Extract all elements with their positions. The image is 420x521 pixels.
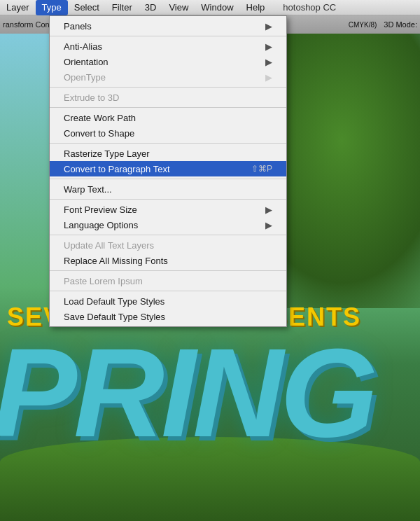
menu-select[interactable]: Select bbox=[68, 0, 106, 15]
separator-9 bbox=[50, 291, 286, 291]
menu-warp-text[interactable]: Warp Text... bbox=[50, 181, 286, 197]
update-text-layers-label: Update All Text Layers bbox=[64, 240, 154, 251]
orientation-arrow: ▶ bbox=[265, 57, 272, 67]
menubar: Layer Type Select Filter 3D View Window … bbox=[0, 0, 420, 15]
paste-lorem-label: Paste Lorem Ipsum bbox=[64, 276, 143, 286]
separator-5 bbox=[50, 179, 286, 179]
opentype-label: OpenType bbox=[64, 72, 106, 83]
app-name: hotoshop CC bbox=[276, 0, 342, 15]
menu-3d[interactable]: 3D bbox=[139, 0, 163, 15]
menu-help[interactable]: Help bbox=[240, 0, 272, 15]
bg-spring-text: PRING bbox=[0, 320, 374, 465]
language-options-label: Language Options bbox=[64, 220, 138, 230]
save-type-styles-label: Save Default Type Styles bbox=[64, 312, 165, 322]
menu-filter[interactable]: Filter bbox=[106, 0, 139, 15]
anti-alias-label: Anti-Alias bbox=[64, 41, 102, 52]
opentype-arrow: ▶ bbox=[265, 72, 272, 83]
font-preview-size-label: Font Preview Size bbox=[64, 204, 137, 215]
color-mode: CMYK/8) bbox=[349, 21, 377, 29]
panels-arrow: ▶ bbox=[265, 21, 272, 32]
menu-layer[interactable]: Layer bbox=[0, 0, 36, 15]
menu-extrude-3d: Extrude to 3D bbox=[50, 90, 286, 105]
warp-text-label: Warp Text... bbox=[64, 184, 112, 195]
type-menu: Panels ▶ Anti-Alias ▶ Orientation ▶ Open… bbox=[49, 15, 287, 327]
separator-1 bbox=[50, 36, 286, 36]
convert-to-shape-label: Convert to Shape bbox=[64, 128, 134, 139]
rasterize-type-label: Rasterize Type Layer bbox=[64, 148, 150, 159]
font-preview-arrow: ▶ bbox=[265, 204, 272, 215]
separator-6 bbox=[50, 199, 286, 200]
menu-language-options[interactable]: Language Options ▶ bbox=[50, 217, 286, 232]
extrude-3d-label: Extrude to 3D bbox=[64, 92, 120, 103]
replace-missing-fonts-label: Replace All Missing Fonts bbox=[64, 256, 168, 266]
create-work-path-label: Create Work Path bbox=[64, 113, 136, 123]
separator-4 bbox=[50, 143, 286, 144]
convert-paragraph-label: Convert to Paragraph Text bbox=[64, 164, 170, 174]
menu-window[interactable]: Window bbox=[195, 0, 239, 15]
separator-7 bbox=[50, 235, 286, 235]
menu-create-work-path[interactable]: Create Work Path bbox=[50, 110, 286, 125]
menu-panels[interactable]: Panels ▶ bbox=[50, 18, 286, 34]
orientation-label: Orientation bbox=[64, 57, 108, 67]
menu-convert-to-shape[interactable]: Convert to Shape bbox=[50, 125, 286, 141]
menu-view[interactable]: View bbox=[162, 0, 195, 15]
menu-opentype: OpenType ▶ bbox=[50, 69, 286, 85]
separator-8 bbox=[50, 270, 286, 271]
separator-2 bbox=[50, 87, 286, 88]
menu-load-type-styles[interactable]: Load Default Type Styles bbox=[50, 293, 286, 309]
separator-3 bbox=[50, 107, 286, 108]
menu-anti-alias[interactable]: Anti-Alias ▶ bbox=[50, 39, 286, 54]
menu-orientation[interactable]: Orientation ▶ bbox=[50, 54, 286, 69]
menu-replace-missing-fonts[interactable]: Replace All Missing Fonts bbox=[50, 253, 286, 268]
language-options-arrow: ▶ bbox=[265, 220, 272, 230]
menu-rasterize-type[interactable]: Rasterize Type Layer bbox=[50, 146, 286, 161]
3d-mode-label: 3D Mode: bbox=[384, 20, 417, 29]
menu-save-type-styles[interactable]: Save Default Type Styles bbox=[50, 309, 286, 324]
menu-paste-lorem: Paste Lorem Ipsum bbox=[50, 273, 286, 289]
menu-update-text-layers: Update All Text Layers bbox=[50, 237, 286, 253]
convert-paragraph-shortcut: ⇧⌘P bbox=[251, 164, 272, 174]
menu-font-preview-size[interactable]: Font Preview Size ▶ bbox=[50, 202, 286, 217]
menu-panels-label: Panels bbox=[64, 21, 92, 32]
anti-alias-arrow: ▶ bbox=[265, 41, 272, 52]
menu-type[interactable]: Type bbox=[36, 0, 68, 15]
load-type-styles-label: Load Default Type Styles bbox=[64, 296, 164, 307]
menu-convert-paragraph[interactable]: Convert to Paragraph Text ⇧⌘P bbox=[50, 161, 286, 176]
